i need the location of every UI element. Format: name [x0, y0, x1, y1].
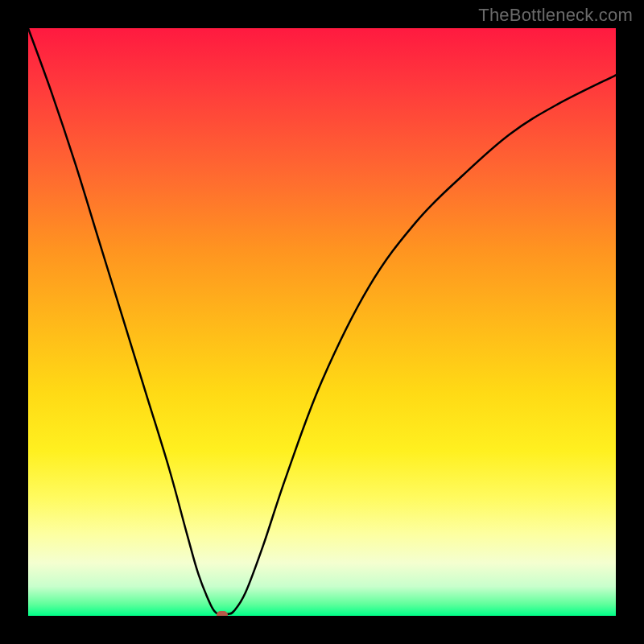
bottleneck-curve	[28, 28, 616, 616]
chart-frame: TheBottleneck.com	[0, 0, 644, 644]
plot-area	[28, 28, 616, 616]
min-point-marker	[217, 611, 228, 616]
watermark-text: TheBottleneck.com	[478, 5, 633, 26]
